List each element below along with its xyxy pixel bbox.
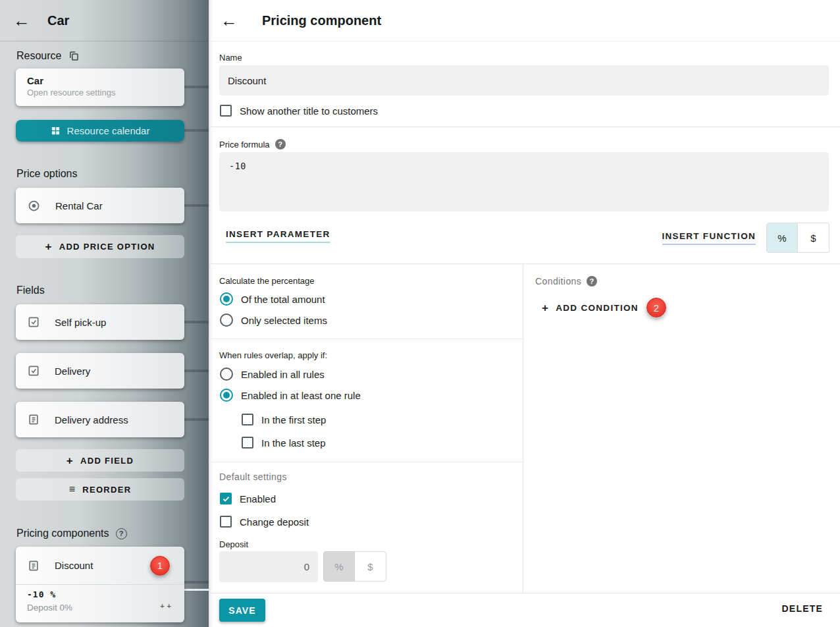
document-icon	[27, 559, 40, 572]
help-icon[interactable]: ?	[116, 528, 127, 539]
drag-handles-icon[interactable]: ++	[160, 602, 174, 610]
calc-percentage-label: Calculate the percentage	[219, 276, 315, 286]
dollar-toggle-button[interactable]: $	[798, 223, 829, 253]
radio-enabled-all-rules[interactable]: Enabled in all rules	[220, 368, 325, 381]
discount-formula-value: -10 %	[27, 589, 173, 599]
checkbox-checked-icon[interactable]	[220, 493, 232, 504]
add-price-option-label: ADD PRICE OPTION	[59, 242, 155, 252]
add-condition-row: + ADD CONDITION 2	[542, 298, 666, 317]
plus-icon: +	[45, 241, 53, 252]
back-icon[interactable]: ←	[221, 11, 249, 31]
radio-only-selected-items[interactable]: Only selected items	[220, 314, 327, 327]
pricing-components-text: Pricing components	[16, 528, 109, 539]
conditions-label: Conditions ?	[535, 276, 597, 286]
price-option-card[interactable]: Rental Car	[16, 188, 184, 223]
radio-label: Only selected items	[241, 315, 327, 326]
delete-button[interactable]: DELETE	[782, 603, 823, 614]
field-card-delivery-address[interactable]: Delivery address	[16, 402, 184, 437]
settings-column: Calculate the percentage Of the total am…	[209, 263, 523, 593]
name-input[interactable]	[219, 65, 829, 95]
save-button[interactable]: SAVE	[219, 599, 265, 622]
plus-icon: +	[66, 455, 74, 466]
field-card-self-pickup[interactable]: Self pick-up	[16, 304, 184, 340]
checkbox-change-deposit[interactable]: Change deposit	[220, 516, 309, 528]
resource-label-text: Resource	[16, 50, 61, 62]
insert-parameter-button[interactable]: INSERT PARAMETER	[226, 229, 330, 243]
radio-label: Enabled in at least one rule	[241, 390, 361, 401]
document-icon	[27, 413, 40, 426]
resource-calendar-label: Resource calendar	[67, 125, 150, 136]
formula-unit-toggle: % $	[766, 223, 829, 253]
resource-title: Car	[47, 13, 69, 28]
conditions-text: Conditions	[535, 276, 581, 286]
radio-unselected-icon[interactable]	[220, 368, 233, 381]
resource-card-subtitle: Open resource settings	[27, 88, 184, 97]
main-header: ← Pricing component	[209, 0, 840, 41]
checkbox-checked-icon	[27, 315, 40, 329]
resource-card-title: Car	[27, 75, 184, 86]
calendar-grid-icon	[51, 126, 61, 136]
pricing-components-label: Pricing components ?	[16, 528, 127, 539]
resource-calendar-button[interactable]: Resource calendar	[16, 120, 184, 142]
main-panel: ← Pricing component Name Show another ti…	[209, 0, 840, 627]
checkbox-enabled[interactable]: Enabled	[220, 493, 276, 504]
radio-enabled-one-rule[interactable]: Enabled in at least one rule	[220, 389, 361, 402]
insert-function-button[interactable]: INSERT FUNCTION	[662, 231, 756, 245]
field-label: Delivery address	[55, 414, 128, 425]
pricing-component-card-discount[interactable]: Discount 1 -10 % Deposit 0% ++	[16, 547, 184, 622]
radio-selected-icon[interactable]	[220, 292, 233, 306]
reorder-button[interactable]: ≡ REORDER	[16, 478, 184, 501]
checkbox-label: Enabled	[240, 493, 276, 504]
fields-label: Fields	[16, 285, 45, 296]
add-price-option-button[interactable]: + ADD PRICE OPTION	[16, 235, 184, 258]
pricing-component-screen: ← Car Resource Car Open resource setting…	[0, 0, 840, 627]
price-option-label: Rental Car	[55, 200, 103, 211]
section-divider	[209, 126, 840, 127]
price-options-label: Price options	[16, 168, 78, 180]
radio-label: Enabled in all rules	[241, 369, 325, 380]
add-field-label: ADD FIELD	[80, 456, 134, 466]
radio-label: Of the total amount	[241, 294, 325, 305]
radio-unselected-icon[interactable]	[220, 314, 233, 327]
help-icon[interactable]: ?	[275, 139, 286, 150]
help-icon[interactable]: ?	[587, 276, 597, 286]
field-card-delivery[interactable]: Delivery	[16, 353, 184, 389]
notification-badge: 2	[646, 298, 666, 317]
field-label: Delivery	[55, 366, 90, 377]
dollar-toggle-button[interactable]: $	[355, 551, 386, 582]
deposit-input[interactable]	[219, 551, 318, 582]
name-label: Name	[219, 53, 242, 63]
back-icon[interactable]: ←	[13, 11, 42, 31]
show-another-title-checkbox[interactable]: Show another title to customers	[220, 105, 378, 117]
field-label: Self pick-up	[55, 317, 106, 328]
show-another-title-label: Show another title to customers	[240, 105, 378, 117]
radio-of-total-amount[interactable]: Of the total amount	[220, 292, 325, 306]
discount-card-title: Discount	[55, 560, 93, 571]
radio-selected-icon[interactable]	[220, 389, 233, 402]
checkbox-label: Change deposit	[240, 516, 309, 528]
add-field-button[interactable]: + ADD FIELD	[16, 449, 184, 472]
percent-toggle-button[interactable]: %	[766, 223, 798, 253]
resource-card[interactable]: Car Open resource settings	[16, 68, 184, 106]
percent-toggle-button[interactable]: %	[323, 551, 355, 582]
price-formula-text: Price formula	[219, 140, 270, 150]
price-formula-label: Price formula ?	[219, 139, 286, 150]
footer-divider	[209, 593, 840, 593]
checkbox-unchecked-icon[interactable]	[220, 105, 232, 117]
checkbox-label: In the first step	[261, 414, 326, 425]
checkbox-first-step[interactable]: In the first step	[242, 414, 326, 425]
checkbox-last-step[interactable]: In the last step	[242, 437, 326, 449]
price-formula-input[interactable]: -10	[219, 152, 829, 211]
checkbox-unchecked-icon[interactable]	[220, 516, 232, 528]
radio-checked-icon	[27, 199, 41, 213]
subsection-divider	[209, 339, 523, 339]
subsection-divider	[209, 462, 523, 462]
copy-icon[interactable]	[68, 50, 80, 62]
checkbox-unchecked-icon[interactable]	[242, 414, 253, 425]
resource-section-label: Resource	[16, 50, 80, 62]
check-icon	[222, 495, 230, 503]
checkbox-unchecked-icon[interactable]	[242, 437, 253, 449]
add-condition-button[interactable]: + ADD CONDITION	[542, 302, 639, 314]
reorder-label: REORDER	[82, 485, 131, 495]
discount-deposit-value: Deposit 0%	[27, 603, 173, 613]
